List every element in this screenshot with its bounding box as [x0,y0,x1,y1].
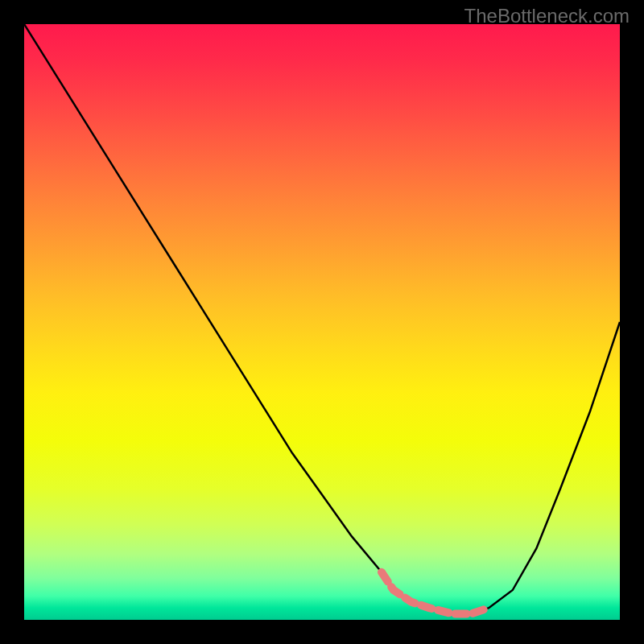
bottleneck-curve-line [24,24,620,614]
chart-plot-area [24,24,620,620]
chart-svg [24,24,620,620]
marker-band [382,572,489,614]
watermark-text: TheBottleneck.com [464,5,630,27]
